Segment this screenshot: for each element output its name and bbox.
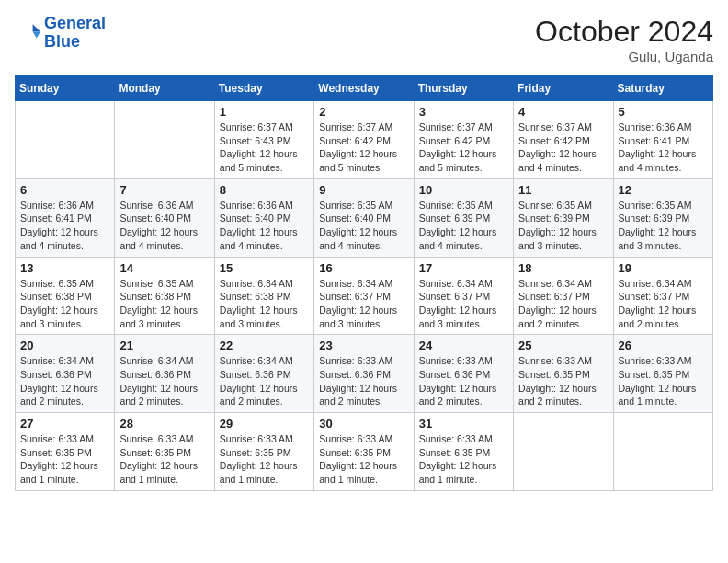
- header-row: SundayMondayTuesdayWednesdayThursdayFrid…: [16, 76, 713, 101]
- day-number: 17: [419, 261, 508, 275]
- day-number: 27: [20, 417, 109, 431]
- calendar-cell: 13Sunrise: 6:35 AM Sunset: 6:38 PM Dayli…: [16, 257, 115, 335]
- calendar-cell: 17Sunrise: 6:34 AM Sunset: 6:37 PM Dayli…: [414, 257, 513, 335]
- day-header-saturday: Saturday: [613, 76, 712, 101]
- day-number: 28: [119, 417, 209, 431]
- day-info: Sunrise: 6:33 AM Sunset: 6:35 PM Dayligh…: [419, 432, 508, 487]
- day-info: Sunrise: 6:34 AM Sunset: 6:37 PM Dayligh…: [419, 277, 508, 331]
- day-info: Sunrise: 6:34 AM Sunset: 6:37 PM Dayligh…: [518, 277, 608, 331]
- day-info: Sunrise: 6:35 AM Sunset: 6:38 PM Dayligh…: [20, 277, 109, 331]
- day-number: 12: [619, 183, 708, 197]
- day-info: Sunrise: 6:37 AM Sunset: 6:42 PM Dayligh…: [518, 121, 608, 175]
- day-number: 16: [319, 261, 408, 275]
- day-info: Sunrise: 6:36 AM Sunset: 6:41 PM Dayligh…: [619, 121, 708, 175]
- day-number: 22: [220, 339, 309, 352]
- logo-text: General Blue: [44, 15, 106, 52]
- day-number: 3: [419, 105, 508, 119]
- calendar-cell: 22Sunrise: 6:34 AM Sunset: 6:36 PM Dayli…: [214, 335, 313, 413]
- calendar-cell: 25Sunrise: 6:33 AM Sunset: 6:35 PM Dayli…: [514, 335, 613, 413]
- day-info: Sunrise: 6:33 AM Sunset: 6:36 PM Dayligh…: [419, 354, 508, 408]
- calendar-cell: 4Sunrise: 6:37 AM Sunset: 6:42 PM Daylig…: [514, 101, 613, 179]
- day-number: 5: [619, 105, 708, 119]
- calendar-cell: 26Sunrise: 6:33 AM Sunset: 6:35 PM Dayli…: [613, 335, 712, 413]
- week-row-3: 13Sunrise: 6:35 AM Sunset: 6:38 PM Dayli…: [16, 257, 713, 335]
- day-info: Sunrise: 6:33 AM Sunset: 6:35 PM Dayligh…: [119, 432, 209, 487]
- day-number: 8: [220, 183, 309, 197]
- day-info: Sunrise: 6:37 AM Sunset: 6:42 PM Dayligh…: [419, 121, 508, 175]
- calendar-cell: [514, 413, 613, 491]
- day-info: Sunrise: 6:36 AM Sunset: 6:41 PM Dayligh…: [20, 199, 109, 253]
- calendar-cell: 6Sunrise: 6:36 AM Sunset: 6:41 PM Daylig…: [16, 178, 115, 257]
- day-info: Sunrise: 6:35 AM Sunset: 6:40 PM Dayligh…: [319, 199, 408, 253]
- day-info: Sunrise: 6:36 AM Sunset: 6:40 PM Dayligh…: [119, 199, 209, 253]
- calendar-table: SundayMondayTuesdayWednesdayThursdayFrid…: [15, 75, 713, 491]
- calendar-header: SundayMondayTuesdayWednesdayThursdayFrid…: [16, 76, 713, 101]
- day-info: Sunrise: 6:34 AM Sunset: 6:36 PM Dayligh…: [20, 354, 109, 408]
- day-number: 14: [119, 261, 209, 275]
- calendar-cell: 23Sunrise: 6:33 AM Sunset: 6:36 PM Dayli…: [314, 335, 414, 413]
- day-info: Sunrise: 6:37 AM Sunset: 6:42 PM Dayligh…: [319, 121, 408, 175]
- day-number: 11: [518, 183, 608, 197]
- day-info: Sunrise: 6:33 AM Sunset: 6:35 PM Dayligh…: [518, 354, 608, 408]
- day-number: 6: [20, 183, 109, 197]
- week-row-4: 20Sunrise: 6:34 AM Sunset: 6:36 PM Dayli…: [16, 335, 713, 413]
- calendar-cell: 29Sunrise: 6:33 AM Sunset: 6:35 PM Dayli…: [214, 413, 313, 491]
- day-number: 30: [319, 417, 408, 431]
- calendar-cell: 14Sunrise: 6:35 AM Sunset: 6:38 PM Dayli…: [115, 257, 214, 335]
- day-info: Sunrise: 6:34 AM Sunset: 6:37 PM Dayligh…: [619, 277, 708, 331]
- day-number: 26: [619, 339, 708, 352]
- day-number: 18: [518, 261, 608, 275]
- day-info: Sunrise: 6:35 AM Sunset: 6:38 PM Dayligh…: [119, 277, 209, 331]
- calendar-cell: 2Sunrise: 6:37 AM Sunset: 6:42 PM Daylig…: [314, 101, 414, 179]
- calendar-cell: 18Sunrise: 6:34 AM Sunset: 6:37 PM Dayli…: [514, 257, 613, 335]
- title-block: October 2024 Gulu, Uganda: [535, 15, 713, 64]
- day-number: 23: [319, 339, 408, 352]
- week-row-1: 1Sunrise: 6:37 AM Sunset: 6:43 PM Daylig…: [16, 101, 713, 179]
- calendar-cell: 27Sunrise: 6:33 AM Sunset: 6:35 PM Dayli…: [16, 413, 115, 491]
- day-number: 19: [619, 261, 708, 275]
- day-info: Sunrise: 6:33 AM Sunset: 6:35 PM Dayligh…: [220, 432, 309, 487]
- calendar-cell: 11Sunrise: 6:35 AM Sunset: 6:39 PM Dayli…: [514, 178, 613, 257]
- day-info: Sunrise: 6:34 AM Sunset: 6:37 PM Dayligh…: [319, 277, 408, 331]
- month-title: October 2024: [535, 15, 713, 49]
- day-number: 20: [20, 339, 109, 352]
- day-info: Sunrise: 6:35 AM Sunset: 6:39 PM Dayligh…: [419, 199, 508, 253]
- calendar-cell: [16, 101, 115, 179]
- calendar-cell: 28Sunrise: 6:33 AM Sunset: 6:35 PM Dayli…: [115, 413, 214, 491]
- day-header-sunday: Sunday: [16, 76, 115, 101]
- day-header-wednesday: Wednesday: [314, 76, 414, 101]
- day-info: Sunrise: 6:35 AM Sunset: 6:39 PM Dayligh…: [518, 199, 608, 253]
- day-info: Sunrise: 6:34 AM Sunset: 6:36 PM Dayligh…: [220, 354, 309, 408]
- day-number: 10: [419, 183, 508, 197]
- day-number: 29: [220, 417, 309, 431]
- day-number: 31: [419, 417, 508, 431]
- calendar-cell: 3Sunrise: 6:37 AM Sunset: 6:42 PM Daylig…: [414, 101, 513, 179]
- calendar-cell: 31Sunrise: 6:33 AM Sunset: 6:35 PM Dayli…: [414, 413, 513, 491]
- day-number: 4: [518, 105, 608, 119]
- calendar-cell: 12Sunrise: 6:35 AM Sunset: 6:39 PM Dayli…: [613, 178, 712, 257]
- week-row-2: 6Sunrise: 6:36 AM Sunset: 6:41 PM Daylig…: [16, 178, 713, 257]
- week-row-5: 27Sunrise: 6:33 AM Sunset: 6:35 PM Dayli…: [16, 413, 713, 491]
- calendar-cell: 1Sunrise: 6:37 AM Sunset: 6:43 PM Daylig…: [214, 101, 313, 179]
- day-info: Sunrise: 6:33 AM Sunset: 6:36 PM Dayligh…: [319, 354, 408, 408]
- calendar-cell: 7Sunrise: 6:36 AM Sunset: 6:40 PM Daylig…: [115, 178, 214, 257]
- logo: General Blue: [15, 15, 106, 52]
- calendar-cell: 16Sunrise: 6:34 AM Sunset: 6:37 PM Dayli…: [314, 257, 414, 335]
- calendar-cell: 8Sunrise: 6:36 AM Sunset: 6:40 PM Daylig…: [214, 178, 313, 257]
- day-info: Sunrise: 6:36 AM Sunset: 6:40 PM Dayligh…: [220, 199, 309, 253]
- page-header: General Blue October 2024 Gulu, Uganda: [15, 15, 713, 64]
- calendar-cell: 24Sunrise: 6:33 AM Sunset: 6:36 PM Dayli…: [414, 335, 513, 413]
- calendar-cell: 30Sunrise: 6:33 AM Sunset: 6:35 PM Dayli…: [314, 413, 414, 491]
- calendar-body: 1Sunrise: 6:37 AM Sunset: 6:43 PM Daylig…: [16, 101, 713, 491]
- calendar-cell: [613, 413, 712, 491]
- day-number: 13: [20, 261, 109, 275]
- day-number: 7: [119, 183, 209, 197]
- day-number: 21: [119, 339, 209, 352]
- day-info: Sunrise: 6:35 AM Sunset: 6:39 PM Dayligh…: [619, 199, 708, 253]
- calendar-cell: 21Sunrise: 6:34 AM Sunset: 6:36 PM Dayli…: [115, 335, 214, 413]
- calendar-cell: 15Sunrise: 6:34 AM Sunset: 6:38 PM Dayli…: [214, 257, 313, 335]
- calendar-cell: [115, 101, 214, 179]
- svg-marker-1: [33, 31, 40, 38]
- svg-marker-0: [33, 24, 40, 31]
- day-header-friday: Friday: [514, 76, 613, 101]
